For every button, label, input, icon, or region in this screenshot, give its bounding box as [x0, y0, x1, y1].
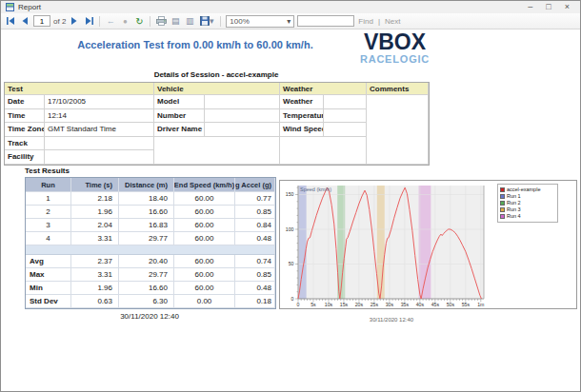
stop-rendering-button[interactable]: ● — [119, 15, 130, 27]
session-group-comments: Comments — [367, 83, 429, 95]
stop-icon: ● — [123, 17, 128, 26]
report-timestamp: 30/11/2020 12:40 — [25, 312, 274, 321]
results-cell: 29.77 — [119, 268, 174, 282]
results-column-header: Distance (m) — [119, 178, 174, 192]
find-button[interactable]: Find — [358, 17, 373, 26]
last-page-button[interactable] — [83, 15, 94, 27]
results-cell: 29.77 — [119, 232, 174, 245]
session-heading: Details of Session - accel-example — [1, 70, 431, 79]
session-label: Wind Speed — [280, 123, 324, 137]
legend-label: Run 3 — [507, 206, 521, 213]
results-cell: 1.96 — [71, 282, 119, 295]
legend-item[interactable]: Run 1 — [500, 193, 555, 200]
session-group-test: Test — [5, 83, 154, 95]
back-arrow-icon: ← — [107, 16, 115, 26]
printer-icon — [156, 16, 167, 26]
maximize-button[interactable]: □ — [546, 1, 551, 13]
zoom-select[interactable]: 100% ▾ — [226, 15, 294, 28]
refresh-button[interactable]: ↻ — [133, 15, 145, 27]
results-cell: 2 — [26, 206, 71, 219]
previous-page-button[interactable] — [19, 15, 30, 27]
svg-text:20s: 20s — [355, 302, 364, 307]
svg-text:150: 150 — [286, 191, 294, 197]
legend-swatch-icon — [500, 214, 505, 219]
results-cell: 0.74 — [235, 255, 275, 268]
window-controls: – □ × — [528, 1, 575, 13]
results-cell: 1.96 — [71, 206, 119, 219]
results-cell: 16.60 — [119, 206, 174, 219]
legend-label: Run 2 — [507, 200, 521, 206]
results-cell: 16.60 — [119, 282, 174, 295]
session-label: Weather — [280, 95, 324, 109]
results-cell: 60.00 — [174, 232, 235, 245]
report-title: Acceleration Test from 0.00 km/h to 60.0… — [1, 39, 390, 50]
print-layout-button[interactable]: ▤ — [170, 15, 181, 27]
toolbar-separator — [99, 16, 100, 27]
close-button[interactable]: × — [565, 1, 570, 13]
legend-item[interactable]: Run 2 — [500, 200, 555, 206]
session-weather-empty — [280, 137, 367, 165]
minimize-button[interactable]: – — [528, 1, 532, 13]
results-cell: 60.00 — [174, 268, 235, 282]
last-page-icon — [85, 17, 93, 25]
report-page: Acceleration Test from 0.00 km/h to 60.0… — [1, 29, 580, 391]
run-band — [299, 186, 307, 299]
print-button[interactable] — [155, 15, 167, 27]
results-cell: 0.85 — [235, 206, 275, 219]
export-button[interactable]: ▾ — [198, 15, 215, 27]
session-group-weather: Weather — [280, 83, 367, 95]
legend-item[interactable]: Run 3 — [500, 206, 555, 213]
test-results-table: Run Time (s) Distance (m) End Speed (km/… — [25, 177, 276, 309]
session-value — [205, 123, 280, 137]
page-setup-button[interactable]: ▥ — [184, 15, 195, 27]
results-summary-label: Min — [26, 282, 71, 295]
session-value — [205, 109, 280, 124]
svg-text:30s: 30s — [386, 302, 394, 307]
legend-label: Run 4 — [507, 213, 521, 220]
save-export-icon — [200, 16, 210, 26]
results-cell: 60.00 — [174, 282, 235, 295]
toolbar-separator — [150, 16, 150, 27]
svg-text:25s: 25s — [371, 302, 379, 307]
results-cell: 16.83 — [119, 219, 174, 232]
next-page-icon — [71, 17, 77, 25]
results-cell: 0.48 — [235, 232, 275, 245]
find-next-button[interactable]: Next — [385, 17, 400, 26]
results-cell: 2.18 — [71, 192, 119, 206]
session-label: Track — [5, 137, 45, 151]
chart-ylabel: Speed (km/h) — [300, 186, 331, 192]
report-toolbar: of 2 ← ● ↻ — [1, 13, 580, 29]
results-cell: 2.04 — [71, 219, 119, 232]
legend-swatch-icon — [500, 201, 505, 206]
session-label: Time — [5, 109, 45, 124]
page-setup-icon: ▥ — [186, 16, 194, 26]
results-cell: 0.48 — [235, 282, 275, 295]
find-input[interactable] — [297, 15, 354, 27]
back-to-parent-button[interactable]: ← — [105, 15, 116, 27]
results-cell: 20.40 — [119, 255, 174, 268]
zoom-caret-icon: ▾ — [287, 17, 290, 26]
session-label: Time Zone — [5, 123, 45, 137]
session-group-vehicle: Vehicle — [154, 83, 280, 95]
results-cell: 1 — [26, 192, 71, 206]
legend-label: Run 1 — [507, 193, 521, 200]
next-page-button[interactable] — [69, 15, 80, 27]
first-page-button[interactable] — [5, 15, 16, 27]
results-cell: 3 — [26, 219, 71, 232]
page-number-input[interactable] — [33, 15, 50, 27]
refresh-icon: ↻ — [135, 16, 143, 27]
session-value — [324, 123, 367, 137]
vbox-racelogic-logo: VBOX RACELOGIC — [341, 31, 449, 65]
legend-item[interactable]: Run 4 — [500, 213, 555, 220]
titlebar: Report – □ × — [1, 1, 580, 13]
print-layout-icon: ▤ — [171, 16, 180, 26]
logo-racelogic-text: RACELOGIC — [341, 54, 449, 65]
session-label: Number — [154, 109, 205, 124]
results-summary-label: Avg — [26, 255, 71, 268]
svg-text:15s: 15s — [340, 302, 349, 307]
results-heading: Test Results — [25, 167, 70, 175]
results-cell: 0.63 — [71, 295, 119, 308]
results-cell: 60.00 — [174, 206, 235, 219]
results-column-header: Run — [26, 178, 71, 192]
window-title: Report — [18, 3, 41, 11]
